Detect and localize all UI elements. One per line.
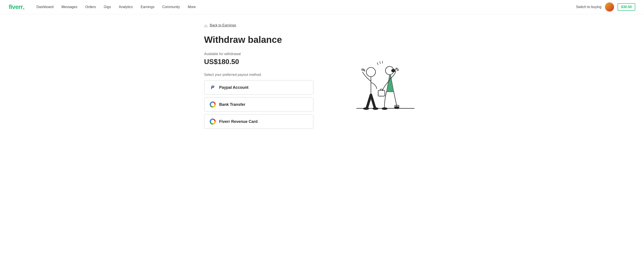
back-arrow-icon: ← [204, 23, 208, 28]
page-title: Withdraw balance [204, 35, 313, 45]
withdrawal-amount: US$180.50 [204, 58, 313, 66]
svg-line-16 [397, 70, 399, 71]
back-to-earnings-link[interactable]: ← Back to Earnings [204, 23, 440, 28]
left-section: Withdraw balance Available for withdrawa… [204, 35, 313, 129]
bank-transfer-option[interactable]: Bank Transfer [204, 97, 313, 112]
bank-transfer-icon [210, 101, 216, 108]
svg-point-9 [372, 107, 378, 110]
svg-line-15 [397, 69, 398, 70]
svg-line-22 [377, 63, 378, 65]
logo-text: fiverr [9, 4, 23, 11]
paypal-option-label: Paypal Account [219, 85, 248, 90]
right-section [331, 35, 440, 118]
svg-point-1 [366, 68, 376, 77]
svg-rect-17 [378, 90, 384, 96]
svg-line-4 [362, 68, 363, 70]
select-payout-label: Select your preferred payout method. [204, 73, 313, 77]
svg-line-3 [361, 69, 362, 71]
paypal-icon: P [210, 84, 216, 91]
svg-line-7 [365, 70, 365, 72]
logo-dot: . [23, 3, 25, 11]
svg-point-11 [391, 69, 395, 72]
nav-messages[interactable]: Messages [58, 3, 80, 11]
bank-transfer-option-label: Bank Transfer [219, 102, 246, 107]
avatar[interactable] [605, 3, 614, 12]
switch-to-buying-link[interactable]: Switch to buying [576, 5, 602, 9]
nav-community[interactable]: Community [159, 3, 183, 11]
payout-options: P Paypal Account Bank Transfer Fiverr Re… [204, 80, 313, 129]
nav-dashboard[interactable]: Dashboard [34, 3, 56, 11]
back-link-label: Back to Earnings [210, 23, 236, 27]
main-content: ← Back to Earnings Withdraw balance Avai… [191, 14, 453, 138]
nav-more[interactable]: More [185, 3, 199, 11]
nav-gigs[interactable]: Gigs [101, 3, 114, 11]
nav-analytics[interactable]: Analytics [116, 3, 136, 11]
fiverr-card-option-label: Fiverr Revenue Card [219, 119, 258, 124]
nav-links: Dashboard Messages Orders Gigs Analytics… [34, 3, 576, 11]
avatar-image [605, 3, 614, 12]
svg-line-5 [363, 69, 364, 71]
svg-point-8 [363, 107, 369, 110]
svg-line-24 [382, 61, 382, 63]
navbar: fiverr. Dashboard Messages Orders Gigs A… [0, 0, 644, 14]
svg-point-19 [382, 107, 388, 110]
page-layout: Withdraw balance Available for withdrawa… [204, 35, 440, 129]
nav-orders[interactable]: Orders [82, 3, 99, 11]
fiverr-revenue-card-option[interactable]: Fiverr Revenue Card [204, 114, 313, 129]
fiverr-card-icon [210, 118, 216, 125]
paypal-option[interactable]: P Paypal Account [204, 80, 313, 95]
celebration-illustration [344, 39, 427, 118]
balance-button[interactable]: $30.50 [618, 3, 635, 11]
nav-earnings[interactable]: Earnings [138, 3, 158, 11]
available-label: Available for withdrawal [204, 52, 313, 56]
fiverr-logo[interactable]: fiverr. [9, 3, 25, 11]
navbar-right: Switch to buying $30.50 [576, 3, 635, 12]
svg-line-23 [380, 61, 380, 64]
